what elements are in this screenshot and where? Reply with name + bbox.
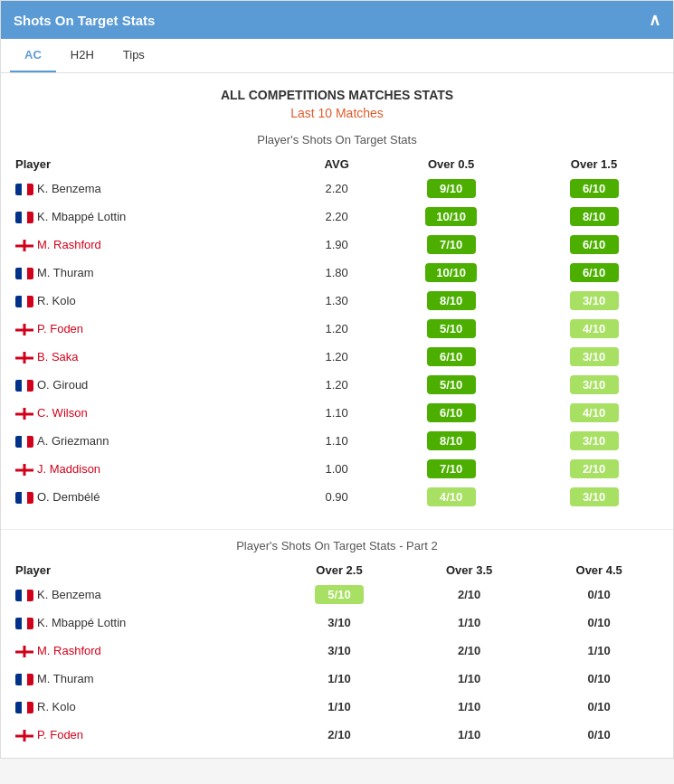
- col-over15: Over 1.5: [524, 154, 664, 175]
- over35-badge: 1/10: [445, 669, 494, 688]
- over45-badge: 0/10: [574, 669, 623, 688]
- over05-cell: 10/10: [378, 203, 524, 231]
- england-flag: [15, 408, 33, 420]
- table-row: A. Griezmann 1.10 8/10 3/10: [10, 427, 664, 455]
- player-cell: M. Rashford: [10, 637, 274, 665]
- tab-bar: AC H2H Tips: [1, 39, 673, 73]
- over45-badge: 0/10: [574, 613, 623, 632]
- player-name: M. Rashford: [37, 238, 101, 251]
- avg-cell: 1.80: [295, 259, 378, 287]
- over45-cell: 0/10: [534, 609, 664, 637]
- panel-title: Shots On Target Stats: [14, 13, 155, 28]
- over05-cell: 5/10: [378, 371, 524, 399]
- over35-badge: 1/10: [445, 697, 494, 716]
- over45-badge: 1/10: [574, 641, 623, 660]
- over15-badge: 3/10: [570, 375, 619, 394]
- table-row: R. Kolo 1/10 1/10 0/10: [10, 693, 664, 721]
- table-row: B. Saka 1.20 6/10 3/10: [10, 343, 664, 371]
- panel-header: Shots On Target Stats ∧: [1, 1, 673, 39]
- player-cell: B. Saka: [10, 343, 295, 371]
- over25-badge: 3/10: [315, 641, 364, 660]
- player-name: M. Thuram: [37, 266, 94, 279]
- over25-badge: 5/10: [315, 585, 364, 604]
- over05-cell: 6/10: [378, 343, 524, 371]
- over05-badge: 7/10: [427, 459, 476, 478]
- player-name: J. Maddison: [37, 462, 100, 476]
- player-cell: K. Benzema: [10, 581, 274, 609]
- over25-cell: 3/10: [274, 637, 404, 665]
- part1-subtitle: Player's Shots On Target Stats: [10, 133, 664, 146]
- part2-section: Player's Shots On Target Stats - Part 2 …: [1, 539, 673, 758]
- avg-cell: 1.20: [295, 315, 378, 343]
- over15-cell: 6/10: [524, 175, 664, 203]
- avg-cell: 2.20: [295, 203, 378, 231]
- over15-badge: 4/10: [570, 319, 619, 338]
- france-flag: [15, 618, 33, 629]
- player-name: O. Dembélé: [37, 490, 100, 504]
- over15-cell: 3/10: [524, 483, 664, 511]
- over25-badge: 1/10: [315, 697, 364, 716]
- over15-cell: 6/10: [524, 259, 664, 287]
- table-row: R. Kolo 1.30 8/10 3/10: [10, 287, 664, 315]
- col-player2: Player: [10, 560, 274, 581]
- over25-cell: 3/10: [274, 609, 404, 637]
- over05-badge: 7/10: [427, 235, 476, 254]
- over45-cell: 0/10: [534, 693, 664, 721]
- france-flag: [15, 674, 33, 685]
- over05-cell: 8/10: [378, 427, 524, 455]
- player-name: R. Kolo: [37, 700, 76, 713]
- over05-cell: 7/10: [378, 231, 524, 259]
- over25-cell: 1/10: [274, 665, 404, 693]
- table-row: M. Rashford 3/10 2/10 1/10: [10, 637, 664, 665]
- player-name: O. Giroud: [37, 378, 88, 392]
- player-cell: M. Thuram: [10, 665, 274, 693]
- over45-badge: 0/10: [574, 725, 623, 744]
- over15-badge: 8/10: [570, 207, 619, 226]
- player-cell: O. Dembélé: [10, 483, 295, 511]
- table-row: P. Foden 1.20 5/10 4/10: [10, 315, 664, 343]
- part1-section: Player's Shots On Target Stats Player AV…: [1, 133, 673, 520]
- over05-badge: 9/10: [427, 179, 476, 198]
- over15-cell: 6/10: [524, 231, 664, 259]
- france-flag: [15, 268, 33, 279]
- player-name: M. Thuram: [37, 672, 94, 685]
- player-name: A. Griezmann: [37, 434, 109, 448]
- over05-badge: 6/10: [427, 347, 476, 366]
- table-row: J. Maddison 1.00 7/10 2/10: [10, 455, 664, 483]
- avg-cell: 1.10: [295, 427, 378, 455]
- player-cell: A. Griezmann: [10, 427, 295, 455]
- table-row: M. Rashford 1.90 7/10 6/10: [10, 231, 664, 259]
- over15-badge: 4/10: [570, 403, 619, 422]
- collapse-icon[interactable]: ∧: [649, 10, 660, 30]
- over15-badge: 6/10: [570, 263, 619, 282]
- over05-cell: 7/10: [378, 455, 524, 483]
- avg-cell: 0.90: [295, 483, 378, 511]
- col-player: Player: [10, 154, 295, 175]
- table-row: C. Wilson 1.10 6/10 4/10: [10, 399, 664, 427]
- player-cell: K. Benzema: [10, 175, 295, 203]
- table-row: K. Mbappé Lottin 3/10 1/10 0/10: [10, 609, 664, 637]
- over15-badge: 2/10: [570, 459, 619, 478]
- over15-cell: 3/10: [524, 371, 664, 399]
- over15-badge: 3/10: [570, 431, 619, 450]
- over05-cell: 10/10: [378, 259, 524, 287]
- part2-subtitle: Player's Shots On Target Stats - Part 2: [10, 539, 664, 553]
- player-name: K. Benzema: [37, 182, 101, 195]
- tab-h2h[interactable]: H2H: [56, 39, 109, 72]
- over05-badge: 8/10: [427, 291, 476, 310]
- over45-cell: 0/10: [534, 665, 664, 693]
- table-row: M. Thuram 1/10 1/10 0/10: [10, 665, 664, 693]
- over15-cell: 2/10: [524, 455, 664, 483]
- player-name: K. Mbappé Lottin: [37, 616, 126, 629]
- part1-table: Player AVG Over 0.5 Over 1.5 K. Benzema …: [10, 154, 664, 511]
- over05-badge: 8/10: [427, 431, 476, 450]
- tab-tips[interactable]: Tips: [109, 39, 159, 72]
- table-row: O. Dembélé 0.90 4/10 3/10: [10, 483, 664, 511]
- part2-table: Player Over 2.5 Over 3.5 Over 4.5 K. Ben…: [10, 560, 664, 749]
- over35-cell: 1/10: [404, 609, 535, 637]
- tab-ac[interactable]: AC: [10, 39, 56, 72]
- over15-cell: 4/10: [524, 315, 664, 343]
- over15-cell: 3/10: [524, 343, 664, 371]
- player-cell: M. Thuram: [10, 259, 295, 287]
- over35-cell: 2/10: [404, 637, 535, 665]
